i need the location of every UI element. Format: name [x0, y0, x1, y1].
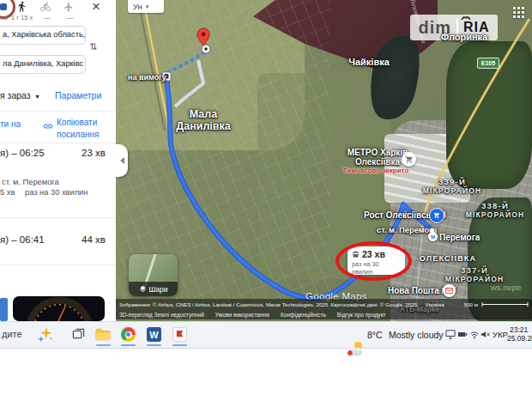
taskbar-search-text[interactable]: дите	[2, 329, 22, 339]
divider	[0, 264, 116, 265]
file-explorer-icon[interactable]	[95, 328, 111, 341]
red-highlight-ellipse	[336, 241, 412, 281]
label-metro-line2: Олексіївка	[348, 157, 408, 167]
map-un-dropdown[interactable]: Ун ▾	[128, 0, 164, 13]
depart-time-dropdown[interactable]: я зараз ▾	[0, 90, 39, 100]
label-337-line1: 337-Й	[445, 266, 505, 275]
transit-mode-time: хв	[1, 14, 8, 21]
word-icon[interactable]: W	[147, 327, 161, 342]
label-339-line2: МІКРОРАЙОН	[423, 186, 482, 195]
road-badge-e105: Е105	[477, 58, 499, 69]
thumbnail-dashboard-photo[interactable]	[13, 296, 105, 321]
nova-poshta-pin[interactable]	[443, 284, 456, 297]
route1-frequency-a: 5 хв	[0, 188, 15, 197]
thumbnail-blue[interactable]	[0, 298, 8, 321]
metro-mall-pin[interactable]	[402, 152, 416, 167]
chrome-icon[interactable]	[121, 327, 136, 342]
label-temporarily-closed: Тимчасово закрито	[343, 167, 409, 174]
link-icon	[43, 121, 53, 131]
bike-mode-button[interactable]	[39, 2, 51, 12]
label-338-line2: МІКРОРАЙОН	[466, 210, 525, 219]
wifi-tray-icon[interactable]	[469, 330, 480, 339]
destination-value: ла Данилівка, Харківс	[3, 59, 83, 68]
route1-duration: 23 хв	[82, 148, 106, 158]
route1-via: ст. м. Перемога	[2, 178, 59, 186]
send-to-phone-button[interactable]: ти на	[0, 119, 21, 129]
link-feedback[interactable]: Відгук про продукт	[337, 312, 386, 318]
layers-button[interactable]: Шари	[129, 254, 178, 296]
label-peremoha: Перемога	[439, 233, 480, 242]
clock[interactable]: 23:21 25.09.2025	[507, 325, 532, 343]
weather-desc[interactable]: Mostly cloudy	[389, 330, 444, 340]
chevron-down-icon: ▾	[36, 93, 39, 100]
plane-mode-time: —	[67, 14, 74, 21]
open-app-indicator	[147, 344, 161, 346]
depart-label: я зараз	[0, 90, 31, 100]
red-app-icon[interactable]	[172, 327, 187, 342]
map-attribution: Зображення: © Airbus, CNES / Airbus, Lan…	[116, 299, 532, 319]
label-oleksiivka: ОЛЕКСІЇВКА	[420, 254, 476, 263]
route1-frequency-b: раз на 30 хвилин	[25, 188, 88, 197]
open-app-indicator	[96, 344, 111, 346]
label-st-m-peremoha: ст. м. Перемога	[377, 226, 437, 234]
plane-mode-button[interactable]	[63, 2, 74, 12]
bike-mode-time: —	[44, 14, 51, 21]
open-app-indicator	[121, 344, 136, 346]
metro-station-pin[interactable]: М	[428, 232, 438, 241]
shopping-cart-icon	[433, 212, 440, 219]
walk-mode-button[interactable]	[16, 1, 27, 12]
open-app-indicator	[172, 344, 187, 346]
bird-icon	[461, 15, 471, 21]
clock-time: 23:21	[510, 325, 532, 334]
route2-duration: 44 хв	[82, 234, 106, 245]
weather-temp[interactable]: 8°C	[367, 330, 383, 340]
origin-value: а, Харківська область,	[3, 30, 85, 39]
weather-icon[interactable]	[348, 342, 364, 356]
weather-alert-badge	[347, 349, 354, 356]
copilot-icon[interactable]	[36, 325, 55, 343]
label-metro-line1: МЕТРО Харків	[348, 148, 408, 157]
layers-icon	[139, 285, 147, 293]
clock-date: 25.09.2025	[507, 334, 532, 343]
panel-collapse-tab[interactable]	[116, 144, 128, 177]
chevron-left-icon	[120, 157, 124, 164]
label-339-line1: 339-Й	[423, 178, 482, 186]
layers-label: Шари	[149, 285, 168, 294]
scale-bar	[481, 301, 529, 307]
windows-taskbar: дите W 8°C Mostly cloudy	[0, 321, 532, 349]
swap-locations-button[interactable]: ⇅	[89, 41, 97, 52]
walk-mode-time: 1 г 15 х	[11, 14, 33, 21]
copy-link-line2: посилання	[57, 130, 99, 139]
label-338-line1: 338-Й	[466, 202, 525, 210]
label-florynka: Флоринка	[441, 32, 487, 42]
task-view-icon[interactable]	[72, 328, 85, 341]
rost-shopping-pin[interactable]	[429, 208, 444, 223]
options-button[interactable]: Параметри	[55, 90, 101, 100]
copy-link-line1: Копіювати	[57, 118, 99, 127]
close-directions-button[interactable]: ×	[88, 0, 104, 15]
scale-label: 500 м	[464, 301, 478, 307]
battery-tray-icon[interactable]	[457, 331, 468, 338]
label-chaikivka: Чайківка	[348, 57, 390, 67]
label-district-337: 337-Й МІКРОРАЙОН	[445, 266, 505, 283]
transit-icon	[0, 3, 7, 10]
bike-icon	[39, 2, 51, 12]
link-terms[interactable]: Умови використання	[215, 312, 269, 318]
link-3d-unavailable: 3D-перегляд Землі недоступний	[119, 312, 204, 318]
destination-input[interactable]: ла Данилівка, Харківс	[0, 55, 86, 74]
attribution-imagery: Зображення: © Airbus, CNES / Airbus, Lan…	[119, 301, 419, 307]
shopping-cart-icon	[405, 155, 414, 164]
origin-input[interactable]: а, Харківська область,	[0, 26, 86, 45]
monitor-tray-icon[interactable]	[445, 330, 456, 339]
right-watermark: ws.пере	[491, 283, 521, 292]
route-option-1[interactable]: я) – 06:25 23 хв ст. м. Перемога 5 хв ра…	[0, 143, 116, 217]
language-indicator[interactable]: УКР	[493, 330, 508, 339]
volume-tray-icon[interactable]	[481, 330, 491, 339]
route1-time-range: я) – 06:25	[0, 148, 45, 158]
link-privacy[interactable]: Конфіденційність	[281, 312, 326, 318]
route-option-2[interactable]: я) – 06:41 44 хв	[0, 218, 116, 264]
walk-icon	[16, 1, 27, 12]
apps-grid-icon[interactable]	[512, 6, 524, 18]
screen: Ун ▾ на вимогу Мала Данилівка Чайківка Ф…	[0, 0, 532, 395]
copy-link-button[interactable]: Копіювати посилання	[57, 118, 99, 139]
